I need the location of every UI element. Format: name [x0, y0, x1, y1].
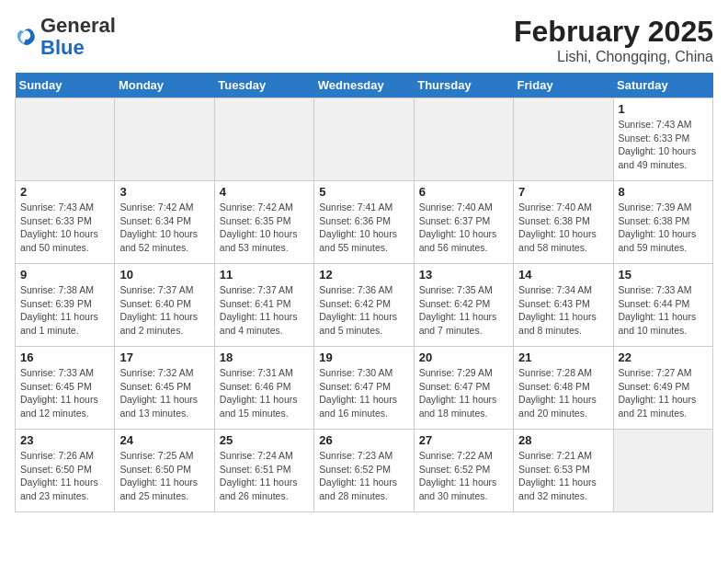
week-row-2: 2Sunrise: 7:43 AMSunset: 6:33 PMDaylight… — [16, 181, 713, 264]
day-cell: 8Sunrise: 7:39 AMSunset: 6:38 PMDaylight… — [613, 181, 712, 264]
day-cell: 21Sunrise: 7:28 AMSunset: 6:48 PMDayligh… — [514, 347, 613, 430]
day-info: Sunrise: 7:43 AMSunset: 6:33 PMDaylight:… — [20, 201, 109, 255]
day-number: 7 — [518, 185, 608, 199]
day-cell: 7Sunrise: 7:40 AMSunset: 6:38 PMDaylight… — [514, 181, 613, 264]
day-info: Sunrise: 7:35 AMSunset: 6:42 PMDaylight:… — [419, 283, 508, 338]
title-block: February 2025 Lishi, Chongqing, China — [514, 15, 713, 65]
day-number: 19 — [319, 350, 408, 364]
day-cell: 23Sunrise: 7:26 AMSunset: 6:50 PMDayligh… — [16, 430, 115, 512]
header-wednesday: Wednesday — [314, 73, 414, 98]
day-cell: 24Sunrise: 7:25 AMSunset: 6:50 PMDayligh… — [115, 430, 214, 512]
day-cell: 28Sunrise: 7:21 AMSunset: 6:53 PMDayligh… — [514, 430, 613, 512]
day-number: 11 — [220, 268, 309, 282]
day-info: Sunrise: 7:41 AMSunset: 6:36 PMDaylight:… — [319, 201, 408, 255]
day-cell: 18Sunrise: 7:31 AMSunset: 6:46 PMDayligh… — [214, 347, 313, 430]
week-row-4: 16Sunrise: 7:33 AMSunset: 6:45 PMDayligh… — [16, 347, 713, 430]
day-info: Sunrise: 7:24 AMSunset: 6:51 PMDaylight:… — [220, 449, 309, 503]
day-info: Sunrise: 7:37 AMSunset: 6:41 PMDaylight:… — [220, 283, 309, 338]
logo-icon — [15, 26, 37, 48]
header-thursday: Thursday — [414, 73, 513, 98]
day-number: 9 — [20, 268, 109, 282]
day-cell: 27Sunrise: 7:22 AMSunset: 6:52 PMDayligh… — [414, 430, 513, 512]
day-number: 27 — [419, 433, 508, 447]
day-number: 25 — [220, 433, 309, 447]
day-cell: 13Sunrise: 7:35 AMSunset: 6:42 PMDayligh… — [414, 264, 513, 347]
day-info: Sunrise: 7:42 AMSunset: 6:35 PMDaylight:… — [220, 201, 309, 255]
day-info: Sunrise: 7:43 AMSunset: 6:33 PMDaylight:… — [619, 118, 708, 172]
day-number: 6 — [419, 185, 508, 199]
header-sunday: Sunday — [16, 73, 115, 98]
day-number: 13 — [419, 268, 508, 282]
day-cell: 2Sunrise: 7:43 AMSunset: 6:33 PMDaylight… — [16, 181, 115, 264]
main-title: February 2025 — [514, 15, 713, 49]
day-info: Sunrise: 7:36 AMSunset: 6:42 PMDaylight:… — [319, 283, 408, 338]
day-cell: 3Sunrise: 7:42 AMSunset: 6:34 PMDaylight… — [115, 181, 214, 264]
day-cell: 17Sunrise: 7:32 AMSunset: 6:45 PMDayligh… — [115, 347, 214, 430]
day-cell: 16Sunrise: 7:33 AMSunset: 6:45 PMDayligh… — [16, 347, 115, 430]
day-cell: 10Sunrise: 7:37 AMSunset: 6:40 PMDayligh… — [115, 264, 214, 347]
day-cell: 20Sunrise: 7:29 AMSunset: 6:47 PMDayligh… — [414, 347, 513, 430]
day-info: Sunrise: 7:30 AMSunset: 6:47 PMDaylight:… — [319, 366, 408, 420]
calendar-table: SundayMondayTuesdayWednesdayThursdayFrid… — [15, 73, 713, 512]
day-info: Sunrise: 7:32 AMSunset: 6:45 PMDaylight:… — [119, 366, 209, 420]
day-cell — [314, 98, 414, 181]
day-number: 15 — [619, 268, 708, 282]
day-info: Sunrise: 7:31 AMSunset: 6:46 PMDaylight:… — [220, 366, 309, 420]
day-cell: 26Sunrise: 7:23 AMSunset: 6:52 PMDayligh… — [314, 430, 414, 512]
day-cell: 14Sunrise: 7:34 AMSunset: 6:43 PMDayligh… — [514, 264, 613, 347]
day-info: Sunrise: 7:28 AMSunset: 6:48 PMDaylight:… — [518, 366, 608, 420]
day-cell: 6Sunrise: 7:40 AMSunset: 6:37 PMDaylight… — [414, 181, 513, 264]
day-cell: 19Sunrise: 7:30 AMSunset: 6:47 PMDayligh… — [314, 347, 414, 430]
day-number: 21 — [518, 350, 608, 364]
day-cell — [115, 98, 214, 181]
day-info: Sunrise: 7:38 AMSunset: 6:39 PMDaylight:… — [20, 283, 109, 338]
day-number: 1 — [619, 102, 708, 116]
day-number: 18 — [220, 350, 309, 364]
day-number: 14 — [518, 268, 608, 282]
day-cell — [16, 98, 115, 181]
day-cell — [514, 98, 613, 181]
day-cell: 11Sunrise: 7:37 AMSunset: 6:41 PMDayligh… — [214, 264, 313, 347]
day-cell: 12Sunrise: 7:36 AMSunset: 6:42 PMDayligh… — [314, 264, 414, 347]
day-info: Sunrise: 7:37 AMSunset: 6:40 PMDaylight:… — [119, 283, 209, 338]
week-row-5: 23Sunrise: 7:26 AMSunset: 6:50 PMDayligh… — [16, 430, 713, 512]
day-cell — [214, 98, 313, 181]
day-number: 20 — [419, 350, 508, 364]
day-number: 12 — [319, 268, 408, 282]
day-info: Sunrise: 7:26 AMSunset: 6:50 PMDaylight:… — [20, 449, 109, 503]
day-info: Sunrise: 7:42 AMSunset: 6:34 PMDaylight:… — [119, 201, 209, 255]
day-number: 26 — [319, 433, 408, 447]
day-number: 8 — [619, 185, 708, 199]
day-number: 5 — [319, 185, 408, 199]
day-info: Sunrise: 7:40 AMSunset: 6:38 PMDaylight:… — [518, 201, 608, 255]
day-number: 16 — [20, 350, 109, 364]
header-saturday: Saturday — [613, 73, 712, 98]
day-cell: 25Sunrise: 7:24 AMSunset: 6:51 PMDayligh… — [214, 430, 313, 512]
day-number: 28 — [518, 433, 608, 447]
day-cell — [613, 430, 712, 512]
day-info: Sunrise: 7:29 AMSunset: 6:47 PMDaylight:… — [419, 366, 508, 420]
day-info: Sunrise: 7:40 AMSunset: 6:37 PMDaylight:… — [419, 201, 508, 255]
subtitle: Lishi, Chongqing, China — [514, 49, 713, 65]
day-info: Sunrise: 7:33 AMSunset: 6:45 PMDaylight:… — [20, 366, 109, 420]
logo-general: General — [40, 14, 116, 37]
day-info: Sunrise: 7:33 AMSunset: 6:44 PMDaylight:… — [619, 283, 708, 338]
week-row-3: 9Sunrise: 7:38 AMSunset: 6:39 PMDaylight… — [16, 264, 713, 347]
header-friday: Friday — [514, 73, 613, 98]
day-number: 4 — [220, 185, 309, 199]
logo-text: General Blue — [40, 15, 116, 59]
day-cell: 9Sunrise: 7:38 AMSunset: 6:39 PMDaylight… — [16, 264, 115, 347]
day-cell: 15Sunrise: 7:33 AMSunset: 6:44 PMDayligh… — [613, 264, 712, 347]
day-number: 24 — [119, 433, 209, 447]
header-monday: Monday — [115, 73, 214, 98]
week-row-1: 1Sunrise: 7:43 AMSunset: 6:33 PMDaylight… — [16, 98, 713, 181]
day-cell: 1Sunrise: 7:43 AMSunset: 6:33 PMDaylight… — [613, 98, 712, 181]
day-number: 22 — [619, 350, 708, 364]
header-tuesday: Tuesday — [214, 73, 313, 98]
logo: General Blue — [15, 15, 116, 59]
day-cell — [414, 98, 513, 181]
day-number: 3 — [119, 185, 209, 199]
day-number: 17 — [119, 350, 209, 364]
day-info: Sunrise: 7:27 AMSunset: 6:49 PMDaylight:… — [619, 366, 708, 420]
page-header: General Blue February 2025 Lishi, Chongq… — [15, 15, 713, 65]
